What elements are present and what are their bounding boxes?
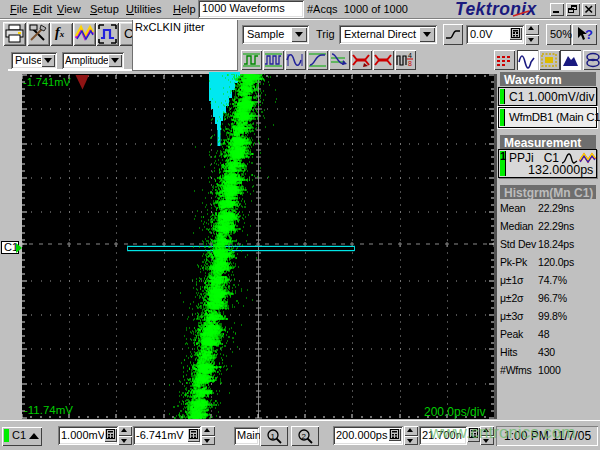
svg-text:?: ? [585,27,593,42]
svg-text:4: 4 [408,52,412,59]
svg-text:1: 1 [271,432,276,441]
svg-text:2: 2 [302,432,307,441]
svg-text:8: 8 [408,60,412,67]
